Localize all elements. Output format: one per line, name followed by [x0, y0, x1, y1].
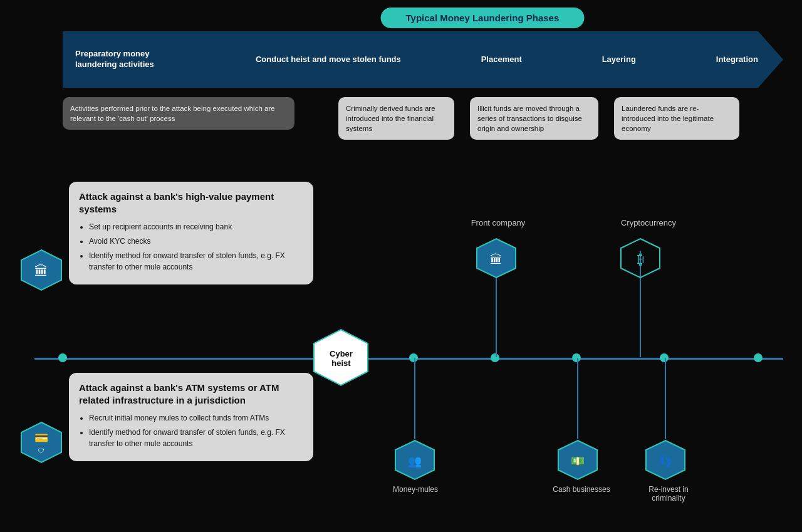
bank-card-item-2: Avoid KYC checks [89, 236, 303, 247]
phase-heist: Conduct heist and move stolen funds [249, 55, 407, 65]
front-company-icon: 🏛 [490, 253, 503, 267]
bank-card-item-1: Set up recipient accounts in receiving b… [89, 221, 303, 232]
bank-icon: 🏛 [34, 263, 48, 279]
title-pill: Typical Money Laundering Phases [381, 8, 585, 28]
phase-layering: Layering [596, 55, 642, 65]
phase-prep: Preparatory money laundering activities [69, 49, 182, 70]
cash-biz-hex: 💵 [556, 439, 599, 484]
desc-placement: Criminally derived funds are introduced … [338, 97, 454, 140]
desc-layering: Illicit funds are moved through a series… [470, 97, 598, 140]
timeline-dot-start [58, 353, 67, 362]
bank-card-item-3: Identify method for onward transfer of s… [89, 250, 303, 273]
cash-biz-label: Cash businesses [547, 485, 616, 494]
atm-icon: 💳🛡 [34, 432, 48, 455]
mules-icon: 👥 [408, 454, 422, 468]
desc-prep: Activities performed prior to the attack… [63, 97, 294, 130]
front-company-hex: 🏛 [475, 237, 518, 282]
bank-card-list: Set up recipient accounts in receiving b… [79, 221, 303, 273]
timeline-dot-1 [409, 353, 418, 362]
crypto-hex: ₿ [619, 237, 662, 282]
bank-card-title: Attack against a bank's high-value payme… [79, 190, 303, 215]
cyber-heist-label: Cyber heist [320, 349, 363, 368]
reinvest-hex: 👣 [644, 439, 687, 484]
main-container: Typical Money Laundering Phases Preparat… [0, 0, 802, 532]
reinvest-icon: 👣 [659, 454, 672, 468]
atm-card-list: Recruit initial money mules to collect f… [79, 412, 303, 449]
cash-biz-icon: 💵 [571, 454, 585, 468]
atm-hex: 💳🛡 [19, 420, 64, 467]
crypto-label: Cryptocurrency [611, 218, 686, 227]
atm-card-title: Attack against a bank's ATM systems or A… [79, 382, 303, 406]
mules-hex: 👥 [393, 439, 436, 484]
reinvest-label: Re-invest in criminality [634, 485, 703, 503]
front-company-label: Front company [467, 218, 529, 227]
bitcoin-icon: ₿ [637, 251, 644, 268]
bank-hex: 🏛 [19, 248, 64, 295]
timeline-dot-2 [491, 353, 499, 362]
timeline-dot-3 [572, 353, 581, 362]
desc-integration: Laundered funds are re-introduced into t… [614, 97, 739, 140]
bank-card: Attack against a bank's high-value payme… [69, 182, 313, 284]
vline-reinvest [665, 358, 666, 439]
mules-label: Money-mules [387, 485, 444, 494]
vline-cash-biz [577, 358, 578, 439]
vline-mules [414, 358, 415, 439]
phases-row: Preparatory money laundering activities … [63, 49, 783, 70]
phase-placement: Placement [475, 55, 528, 65]
atm-card-item-1: Recruit initial money mules to collect f… [89, 412, 303, 424]
cyber-heist-hex: Cyber heist [311, 328, 371, 390]
atm-card: Attack against a bank's ATM systems or A… [69, 373, 313, 461]
timeline-dot-end [754, 353, 763, 362]
title-text: Typical Money Laundering Phases [406, 13, 560, 23]
atm-card-item-2: Identify method for onward transfer of s… [89, 427, 303, 449]
timeline-dot-4 [660, 353, 669, 362]
phases-arrow-bar: Preparatory money laundering activities … [63, 31, 783, 88]
phase-integration: Integration [710, 55, 764, 65]
